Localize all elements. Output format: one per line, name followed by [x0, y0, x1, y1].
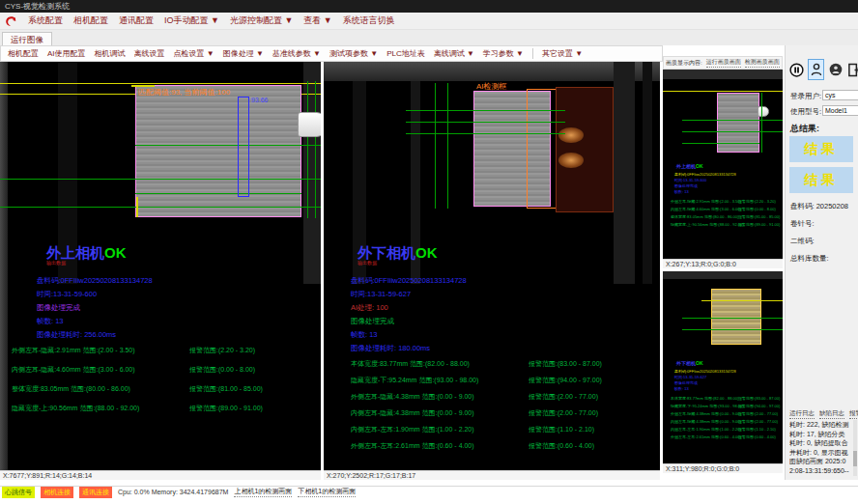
pause-button[interactable] [788, 59, 805, 80]
top-preview-coords: X:267;Y:13;R:0;G:0;B:0 [666, 261, 736, 267]
tool-camera-debug[interactable]: 相机调试 [95, 48, 126, 59]
left-view-coords: X:7677;Y:891;R:14;G:14;B:14 [3, 472, 92, 479]
tool-ai-use-config[interactable]: AI使用配置 [47, 48, 86, 59]
mini-measure: 外侧左耳-隐藏:2.91mm 范围:(2.00 - 3.50) [671, 199, 741, 204]
measure-line-green [406, 122, 565, 123]
menu-language-switch[interactable]: 系统语言切换 [343, 14, 395, 27]
comm-connect-badge: 通讯连接 [79, 487, 112, 498]
measure-line-green [406, 133, 565, 134]
time-line: 时间:13-31-59-600 [37, 290, 97, 299]
frame-count-line: 帧数: 13 [351, 330, 378, 340]
barcode-label: 盘料码: 20250208 [790, 202, 848, 211]
control-button-row [788, 59, 858, 80]
model-field[interactable]: Model1 [822, 105, 858, 116]
elapsed-line: 图像处理耗时: 256.00ms [37, 330, 116, 340]
exit-button[interactable] [846, 59, 858, 80]
mini-done-line: 图像处理完成 [674, 380, 698, 385]
tool-spot-check-setting[interactable]: 点检设置 ▼ [174, 48, 214, 59]
user-login-button[interactable] [808, 59, 824, 80]
preview-tab-run[interactable]: 运行画质画面 [706, 58, 741, 68]
menu-io-manual-config[interactable]: IO手动配置 ▼ [164, 14, 219, 27]
mini-result-title: 外上相机OK [676, 163, 703, 169]
mini-measure: 外侧左耳-隐藏:4.38mm 范围:(0.00 - 9.00) [671, 411, 741, 416]
tool-test-item-params[interactable]: 测试项参数 ▼ [329, 48, 378, 59]
mini-measure: 报警范围:(2.00 - 77.00) [738, 411, 778, 416]
mini-measure: 本体宽度:83.77mm 范围:(82.00 - 88.00) [671, 396, 738, 401]
measurement-value: 隐藏宽度-下:95.24mm 范围:(93.00 - 98.00) [351, 376, 478, 385]
toolbar-separator [532, 48, 533, 59]
measurement-alarm: 报警范围:(2.20 - 3.20) [189, 346, 255, 355]
menu-light-control-config[interactable]: 光源控制配置 ▼ [230, 14, 293, 27]
mid-camera-view[interactable]: AI检测框 外下相机OK 输出数据 盘料码:0FFIiiw20250208133… [324, 62, 660, 470]
baseline-yellow [663, 91, 783, 92]
exit-door-icon [847, 63, 858, 77]
login-user-field[interactable]: cys [822, 90, 858, 100]
mini-measure: 内侧左耳-左耳:1.90mm 范围:(1.00 - 2.20) [671, 427, 741, 432]
ok-status: OK [104, 244, 127, 261]
tool-learn-params[interactable]: 学习参数 ▼ [483, 48, 524, 59]
ok-status: OK [696, 360, 703, 366]
log-tab-alarm[interactable]: 报警日志 [849, 409, 858, 419]
baseline-yellow [0, 83, 321, 84]
menu-view[interactable]: 查看 ▼ [303, 14, 331, 27]
log-tab-run[interactable]: 运行日志 [789, 409, 815, 419]
measurement-alarm: 报警范围:(0.60 - 4.00) [529, 441, 594, 451]
menu-comm-config[interactable]: 通讯配置 [119, 14, 154, 27]
preview-tab-detect[interactable]: 检测画质画面 [745, 58, 780, 68]
measure-line-green [135, 193, 301, 194]
process-done-line: 图像处理完成 [351, 317, 394, 326]
pause-icon [789, 62, 804, 78]
total-result-label: 总结果: [790, 123, 819, 135]
ok-status: OK [696, 163, 703, 169]
measure-line-green [682, 318, 783, 319]
mini-measure: 整体宽度:83.05mm 范围:(80.00 - 86.00) [671, 214, 738, 219]
preview-header: 画质显示内容: 运行画质画面 检测画质画面 [663, 56, 783, 70]
mini-done-line: 图像处理完成 [674, 183, 698, 188]
machine-edge-band [0, 62, 8, 470]
detected-part [135, 85, 301, 217]
top-camera-view-link[interactable]: 上相机1的检测画面 [234, 487, 292, 497]
left-view-coordbar: X:7677;Y:891;R:14;G:14;B:14 [0, 470, 321, 480]
camera-connect-badge: 相机连接 [41, 487, 73, 498]
camera-name: 外上相机 [46, 244, 104, 261]
camera-name: 外下相机 [676, 360, 696, 366]
machine-band [663, 70, 783, 79]
output-sub-label: 输出数据 [358, 260, 377, 266]
log-tab-defect[interactable]: 缺陷日志 [819, 409, 844, 419]
user-settings-button[interactable] [827, 59, 844, 80]
tool-baseline-params[interactable]: 基准线参数 ▼ [272, 48, 321, 59]
tool-offline-debug[interactable]: 离线调试 ▼ [434, 48, 474, 59]
marker-yellow [136, 197, 138, 217]
tool-image-process[interactable]: 图像处理 ▼ [223, 48, 264, 59]
tab-run-image[interactable]: 运行图像 [2, 32, 52, 45]
result-box-2: 结果 [789, 167, 853, 193]
tool-camera-config[interactable]: 相机配置 [8, 48, 39, 59]
camera-name: 外下相机 [358, 244, 415, 261]
status-bar: 心跳信号 相机连接 通讯连接 Cpu: 0.0% Memory: 3424.41… [0, 486, 858, 497]
bottom-camera-view-link[interactable]: 下相机1的检测画面 [298, 487, 356, 497]
top-preview-view[interactable]: 外上相机OK 盘料码:0FFIiiw20250208133134728 时间:1… [663, 70, 783, 259]
mini-measure: 报警范围:(0.60 - 4.00) [738, 434, 776, 439]
menu-camera-config[interactable]: 相机配置 [73, 14, 108, 27]
detected-part-mini [711, 289, 761, 345]
mini-measure: 隐藏宽度-上:90.56mm 范围:(88.00 - 92.00) [671, 222, 744, 227]
bottom-preview-view[interactable]: 外下相机OK 盘料码:0FFIiiw20250208133134728 时间:1… [663, 271, 783, 463]
tool-other-setting[interactable]: 其它设置 ▼ [542, 48, 583, 59]
menu-system-config[interactable]: 系统配置 [28, 14, 63, 27]
app-window: CYS-视觉检测系统 系统配置 相机配置 通讯配置 IO手动配置 ▼ 光源控制配… [0, 0, 858, 504]
time-line: 时间:13-31-59-627 [351, 290, 411, 299]
measure-line-green [447, 83, 448, 209]
mini-result-title: 外下相机OK [676, 360, 703, 366]
measurement-alarm: 报警范围:(2.00 - 77.00) [529, 408, 598, 418]
measure-line-green [135, 145, 321, 146]
left-camera-view[interactable]: 匹配阈值:93, 当前阈值:100 93.66 外上相机OK 输出数据 盘料码:… [0, 62, 321, 470]
ai-process-line: AI处理: 100 [351, 303, 388, 313]
tool-offline-setting[interactable]: 离线设置 [134, 48, 165, 59]
log-scrollbar-thumb[interactable] [853, 451, 857, 466]
mini-time-line: 时间:13-31-59-600 [674, 178, 706, 182]
tool-plc-address-table[interactable]: PLC地址表 [386, 48, 425, 59]
user-gear-icon [829, 63, 843, 76]
mini-measure: 外侧左耳-左耳:2.61mm 范围:(0.60 - 4.00) [671, 434, 741, 439]
measure-line-green [682, 329, 783, 330]
log-scrollbar[interactable] [853, 420, 857, 476]
